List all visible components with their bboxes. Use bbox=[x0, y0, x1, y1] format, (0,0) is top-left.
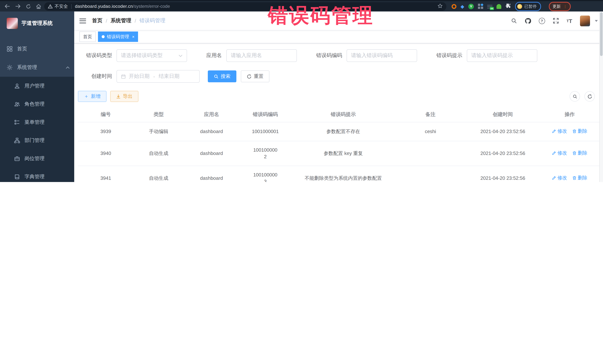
sidebar-item[interactable]: 岗位管理 bbox=[0, 149, 74, 167]
error-msg-input[interactable]: 请输入错误码提示 bbox=[467, 49, 537, 62]
add-button[interactable]: ＋ 新增 bbox=[78, 91, 106, 102]
address-bar[interactable]: 不安全 dashboard.yudao.iocoder.cn/system/er… bbox=[44, 2, 446, 11]
hamburger-icon[interactable] bbox=[79, 17, 86, 24]
sidebar-item[interactable]: 系统管理 bbox=[0, 58, 74, 77]
table-row: 3939 手动编辑 dashboard 1001000001 参数配置不存在 c… bbox=[78, 122, 599, 141]
warning-icon bbox=[48, 4, 53, 9]
reset-button[interactable]: 重置 bbox=[241, 70, 269, 82]
user-avatar[interactable] bbox=[580, 15, 590, 26]
extension-green-icon[interactable]: V bbox=[468, 3, 474, 9]
edit-label: 修改 bbox=[557, 128, 567, 134]
app-name-input[interactable]: 请输入应用名 bbox=[226, 49, 297, 62]
menu-item-icon bbox=[14, 155, 20, 161]
search-icon bbox=[214, 74, 219, 79]
menu-item-icon bbox=[14, 119, 20, 125]
col-type: 类型 bbox=[134, 107, 184, 122]
url-path: /system/error-code bbox=[133, 4, 170, 9]
error-code-input[interactable]: 请输入错误码编码 bbox=[347, 49, 417, 62]
github-icon[interactable] bbox=[524, 18, 531, 24]
sidebar-item[interactable]: 字典管理 bbox=[0, 167, 74, 182]
font-size-icon[interactable]: TT bbox=[567, 18, 572, 24]
menu-item-icon bbox=[14, 137, 20, 143]
sidebar-item[interactable]: 角色管理 bbox=[0, 95, 74, 113]
window-scrollbar[interactable] bbox=[599, 11, 603, 182]
sidebar-item[interactable]: 部门管理 bbox=[0, 131, 74, 149]
date-range-picker[interactable]: 开始日期 - 结束日期 bbox=[116, 70, 200, 83]
export-label: 导出 bbox=[123, 93, 132, 100]
extensions-puzzle-icon[interactable] bbox=[505, 3, 511, 10]
edit-link[interactable]: 修改 bbox=[552, 150, 567, 156]
delete-link[interactable]: 删除 bbox=[572, 128, 587, 134]
menu-item-label: 字典管理 bbox=[24, 173, 70, 180]
edit-link[interactable]: 修改 bbox=[552, 128, 567, 134]
col-time: 创建时间 bbox=[466, 107, 540, 122]
cell-code: 1001000001 bbox=[239, 123, 291, 141]
cell-code: 100100000 3 bbox=[239, 166, 291, 182]
input-placeholder: 请输入错误码提示 bbox=[471, 52, 513, 59]
tags-bar: 首页 错误码管理 × bbox=[74, 30, 603, 43]
scrollbar-thumb[interactable] bbox=[600, 12, 603, 56]
cell-app: dashboard bbox=[184, 123, 239, 141]
help-icon[interactable]: ? bbox=[539, 18, 545, 24]
table-row: 3941 自动生成 dashboard 100100000 3 不能删除类型为系… bbox=[78, 166, 599, 182]
tag-close-icon[interactable]: × bbox=[132, 34, 135, 39]
cell-time: 2021-04-20 23:52:56 bbox=[466, 169, 540, 182]
col-app: 应用名 bbox=[184, 107, 239, 122]
browser-home-icon[interactable] bbox=[36, 4, 41, 9]
sidebar-logo[interactable]: 芋道管理系统 bbox=[0, 11, 74, 35]
filter-msg-label: 错误码提示 bbox=[436, 52, 462, 59]
sidebar-item[interactable]: 用户管理 bbox=[0, 77, 74, 95]
cell-type: 自动生成 bbox=[134, 144, 184, 162]
sidebar-item[interactable]: 菜单管理 bbox=[0, 113, 74, 131]
table-header: 编号 类型 应用名 错误码编码 错误码提示 备注 创建时间 操作 bbox=[78, 107, 599, 122]
delete-link[interactable]: 删除 bbox=[572, 150, 587, 156]
extension-orange-icon[interactable] bbox=[452, 4, 456, 9]
menu-item-icon bbox=[14, 174, 20, 180]
error-code-table: 编号 类型 应用名 错误码编码 错误码提示 备注 创建时间 操作 3939 bbox=[78, 107, 599, 182]
export-button[interactable]: 导出 bbox=[110, 91, 139, 102]
browser-refresh-icon[interactable] bbox=[26, 4, 31, 9]
breadcrumb-home[interactable]: 首页 bbox=[92, 17, 103, 24]
avatar-caret-icon[interactable] bbox=[595, 20, 598, 22]
browser-menu-dots-icon[interactable]: ⋮ bbox=[563, 6, 567, 7]
extension-person-icon[interactable] bbox=[497, 4, 501, 9]
col-msg: 错误码提示 bbox=[291, 107, 395, 122]
security-label: 不安全 bbox=[55, 3, 68, 10]
extension-blue-icon[interactable]: ◆ bbox=[461, 4, 464, 9]
sidebar-menu: 首页 系统管理 用户管理 bbox=[0, 35, 74, 182]
filter-code-label: 错误码编码 bbox=[316, 52, 342, 59]
cell-time: 2021-04-20 23:52:56 bbox=[466, 144, 540, 162]
search-button[interactable]: 搜索 bbox=[208, 70, 236, 82]
tag-current[interactable]: 错误码管理 × bbox=[98, 32, 138, 42]
breadcrumb-separator: / bbox=[135, 18, 136, 24]
download-icon bbox=[116, 94, 121, 99]
search-label: 搜索 bbox=[221, 73, 231, 80]
cell-app: dashboard bbox=[184, 169, 239, 182]
edit-link[interactable]: 修改 bbox=[552, 175, 567, 181]
profile-paused-badge[interactable]: 已暂停 bbox=[515, 2, 541, 11]
sidebar-item[interactable]: 首页 bbox=[0, 40, 74, 58]
menu-item-label: 首页 bbox=[17, 46, 70, 52]
browser-forward-icon[interactable] bbox=[15, 4, 21, 9]
tag-active-dot bbox=[102, 35, 105, 38]
bookmark-star-icon[interactable] bbox=[438, 3, 443, 10]
header-search-icon[interactable] bbox=[511, 18, 517, 24]
cell-type: 自动生成 bbox=[134, 169, 184, 182]
browser-back-icon[interactable] bbox=[4, 4, 10, 9]
cell-msg: 参数配置 key 重复 bbox=[291, 144, 395, 162]
logo-avatar bbox=[7, 18, 18, 29]
show-search-button[interactable] bbox=[570, 91, 580, 101]
tag-home[interactable]: 首页 bbox=[79, 32, 96, 42]
breadcrumb-section[interactable]: 系统管理 bbox=[111, 17, 131, 24]
fullscreen-icon[interactable] bbox=[553, 18, 559, 24]
screen: 不安全 dashboard.yudao.iocoder.cn/system/er… bbox=[0, 0, 603, 182]
delete-label: 删除 bbox=[578, 128, 587, 134]
refresh-table-button[interactable] bbox=[584, 91, 595, 101]
browser-update-button[interactable]: 更新 ⋮ bbox=[549, 2, 571, 11]
extension-list-icon[interactable]: on bbox=[487, 4, 492, 9]
menu-item-label: 部门管理 bbox=[24, 137, 70, 144]
error-type-select[interactable]: 请选择错误码类型 bbox=[116, 49, 187, 62]
delete-link[interactable]: 删除 bbox=[572, 175, 587, 181]
extension-grid-icon[interactable] bbox=[478, 4, 483, 9]
edit-icon bbox=[552, 151, 556, 155]
